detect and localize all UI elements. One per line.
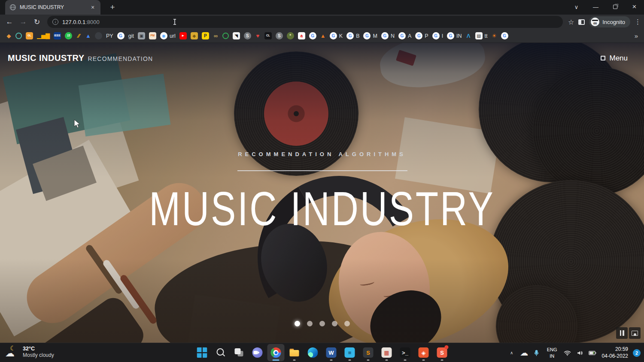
google-i-bookmark-icon[interactable]: G I (432, 32, 443, 39)
pm-bookmark-icon[interactable]: PM (149, 32, 156, 39)
word-app[interactable]: W (323, 344, 340, 361)
carousel-dot-3[interactable] (319, 321, 325, 326)
site-header: MUSIC INDUSTRY RECOMMENDATION Menu (0, 53, 644, 63)
olive-bookmark-icon[interactable]: * (287, 32, 294, 39)
airtel-bookmark-icon[interactable]: a (298, 32, 305, 39)
menu-button[interactable]: Menu (601, 54, 628, 63)
youtube-bookmark-icon[interactable]: ▶ (179, 32, 187, 39)
glasses-bookmark-icon[interactable]: ∞ (213, 32, 219, 39)
carousel-dot-1[interactable] (295, 321, 300, 326)
chat-button[interactable] (249, 344, 266, 361)
site-info-icon[interactable]: i (52, 19, 58, 25)
paytm-bookmark-icon[interactable]: P (202, 32, 209, 39)
minimize-button[interactable]: — (586, 0, 605, 14)
monitor-bookmark-icon[interactable]: ▤ tt (475, 32, 488, 39)
google-ads-bookmark-icon[interactable]: ▲ (85, 32, 91, 39)
google-a-bookmark-icon[interactable]: G A (398, 32, 411, 39)
google-k-bookmark-icon[interactable]: G K (330, 32, 343, 39)
wifi-icon[interactable] (563, 347, 572, 359)
git-bookmark[interactable]: git (128, 33, 134, 39)
carousel-dots (0, 321, 644, 326)
side-panel-icon[interactable] (578, 19, 585, 25)
taskbar-clock[interactable]: 20:59 04-06-2022 (600, 346, 630, 359)
snip-app[interactable]: S (434, 344, 451, 361)
menu-kebab-icon[interactable]: ⋮ (635, 18, 641, 26)
url-bookmark-icon[interactable]: ◉ url (160, 32, 176, 39)
battery-icon[interactable] (588, 347, 597, 359)
gl-bookmark-icon[interactable]: GL (26, 32, 33, 39)
restore-button[interactable] (605, 0, 625, 14)
notepad-app[interactable]: ≡ (341, 344, 358, 361)
cl-bookmark-icon[interactable]: CL (264, 32, 272, 39)
sun-bookmark-icon[interactable]: ☀ (492, 32, 497, 39)
weather-widget[interactable]: ☾☁ 32°C Mostly cloudy (4, 345, 54, 359)
webpage-viewport: MUSIC INDUSTRY RECOMMENDATION Menu RECOM… (0, 43, 644, 343)
tab-search-icon[interactable]: ∨ (567, 0, 586, 14)
google-m-bookmark-icon[interactable]: G M (363, 32, 377, 39)
google2-bookmark-icon[interactable]: G (309, 32, 316, 39)
matlab-bookmark-icon[interactable]: ▲ (320, 32, 326, 39)
google-p-bookmark-icon[interactable]: G P (415, 32, 428, 39)
s-swirl-bookmark-icon[interactable]: S (244, 32, 251, 39)
s-swirl2-bookmark-icon[interactable]: S (276, 32, 283, 39)
green-ring-bookmark-icon[interactable] (222, 33, 229, 39)
google-n-bookmark-icon[interactable]: G N (381, 32, 395, 39)
ieee-bookmark-icon[interactable]: IEEE (54, 32, 61, 39)
google-in-bookmark-icon[interactable]: G IN (447, 32, 462, 39)
carousel-dot-5[interactable] (344, 321, 350, 326)
stamp-bookmark-icon[interactable]: ◆ (191, 32, 198, 39)
weather-temp: 32°C (23, 346, 54, 353)
hero-title: MUSIC INDUSTRY (71, 181, 573, 236)
whatsapp-bookmark-icon[interactable]: 15 (65, 32, 72, 39)
gallery-button[interactable] (629, 327, 641, 339)
microphone-icon[interactable] (532, 347, 541, 359)
diamond-app[interactable]: ◈ (415, 344, 432, 361)
browser-tab[interactable]: MUSIC INDUSTRY × (5, 0, 100, 15)
system-tray: ∧ ☁ ENGIN 20:59 04-06-2022 2 (507, 343, 641, 362)
new-tab-button[interactable]: + (107, 3, 118, 12)
google3-bookmark-icon[interactable]: G (501, 32, 508, 39)
search-button[interactable] (212, 344, 229, 361)
blue-peaks-bookmark-icon[interactable]: Λ (466, 32, 471, 39)
bookmarks-overflow-icon[interactable]: » (635, 32, 638, 39)
notification-badge[interactable]: 2 (633, 349, 641, 357)
movie-maker-app[interactable]: ▦ (378, 344, 395, 361)
address-bar[interactable]: i 127.0.0.1:8000 (47, 16, 563, 28)
terminal-app[interactable]: >_ (397, 344, 414, 361)
reload-button[interactable]: ↻ (31, 16, 43, 28)
eagle-bookmark-icon[interactable]: ◥ (233, 32, 240, 39)
google-bookmark-icon[interactable]: G (117, 32, 125, 39)
bookmark-star-icon[interactable]: ☆ (568, 18, 574, 26)
volume-icon[interactable] (575, 347, 585, 359)
chrome-app[interactable] (267, 344, 285, 361)
godaddy-bookmark-icon[interactable] (15, 33, 22, 39)
hidden-icons-chevron[interactable]: ∧ (507, 347, 516, 359)
py-bookmark[interactable]: PY (106, 33, 113, 39)
edge-app[interactable] (304, 344, 322, 361)
github-bookmark-icon[interactable] (95, 32, 102, 39)
carousel-dot-4[interactable] (332, 321, 337, 326)
back-button[interactable]: ← (3, 16, 15, 28)
tray-date: 04-06-2022 (602, 353, 628, 360)
file-explorer-app[interactable] (286, 344, 303, 361)
onedrive-icon[interactable]: ☁ (519, 347, 529, 359)
analytics-bookmark-icon[interactable]: ▁▅▇ (37, 32, 50, 39)
language-indicator[interactable]: ENGIN (544, 347, 560, 359)
tab-close-icon[interactable]: × (89, 4, 96, 11)
site-brand[interactable]: MUSIC INDUSTRY RECOMMENDATION (8, 53, 153, 63)
start-button[interactable] (194, 344, 211, 361)
task-view-button[interactable] (231, 344, 248, 361)
camera-bookmark-icon[interactable]: ▣ (138, 32, 145, 39)
adsense-bookmark-icon[interactable]: ∕∕ (76, 32, 82, 39)
windows-taskbar: ☾☁ 32°C Mostly cloudy (0, 343, 644, 362)
heart-bookmark-icon[interactable]: ♥ (255, 32, 261, 39)
forward-button[interactable]: → (17, 16, 29, 28)
sublime-text-app[interactable]: S (360, 344, 377, 361)
incognito-badge[interactable]: Incognito (589, 16, 630, 27)
carousel-dot-2[interactable] (307, 321, 313, 326)
pause-button[interactable] (616, 327, 628, 339)
google-b-bookmark-icon[interactable]: G B (346, 32, 359, 39)
diamond-bookmark-icon[interactable]: ◆ (6, 32, 12, 39)
weather-condition: Mostly cloudy (23, 352, 54, 359)
close-button[interactable]: × (625, 0, 644, 14)
